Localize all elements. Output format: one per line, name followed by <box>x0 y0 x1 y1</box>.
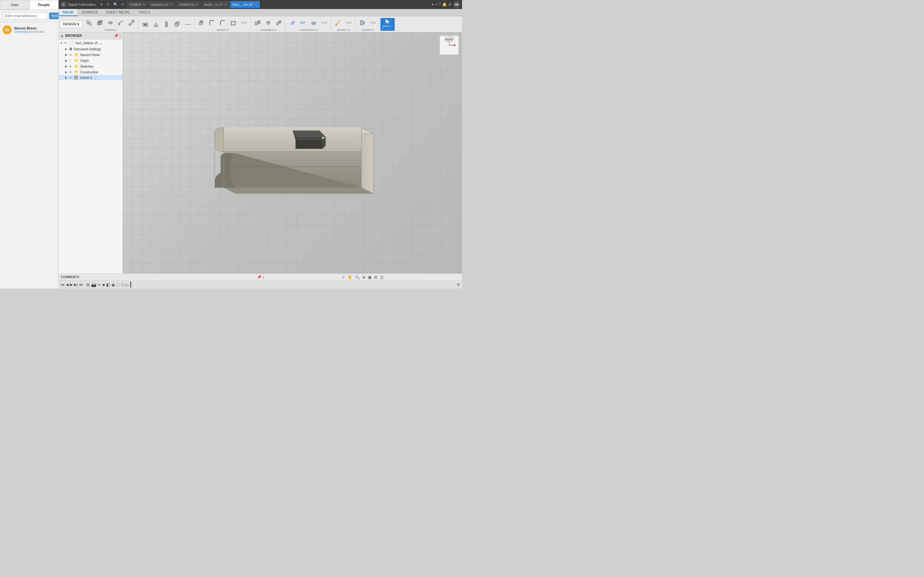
nav-prev-btn[interactable]: ◀ <box>66 282 69 287</box>
new-component-assemble-btn[interactable] <box>252 17 263 29</box>
view-pan-icon[interactable]: ✋ <box>347 275 352 279</box>
named-views-expand-icon[interactable]: ▶ <box>65 53 68 56</box>
tab-speakern[interactable]: speakern v1* ✕ <box>148 1 176 8</box>
view-grid-icon[interactable]: ⊞ <box>374 275 377 279</box>
construct-more-btn[interactable] <box>319 17 330 29</box>
browser-origin[interactable]: ▶ 👁 📁 Origin <box>59 58 123 63</box>
notifications-icon[interactable]: 🔔 <box>442 2 447 7</box>
tab-anoth[interactable]: anoth...rn v1* ✕ <box>202 1 230 8</box>
tab-speakern-close[interactable]: ✕ <box>171 3 173 6</box>
tab-untitled[interactable]: Untitled* ✕ <box>127 1 148 8</box>
construction-visibility-icon[interactable]: 👁 <box>69 71 73 74</box>
view-display-icon[interactable]: ▣ <box>368 275 372 279</box>
sketches-expand-icon[interactable]: ▶ <box>65 65 68 68</box>
tab-horn-close[interactable]: ✕ <box>255 3 257 6</box>
joint-btn[interactable] <box>263 17 273 29</box>
tab-people[interactable]: People <box>29 0 58 10</box>
offset-plane-btn[interactable] <box>288 17 298 29</box>
viewport[interactable]: FRONT Z <box>123 32 462 274</box>
browser-bottom1[interactable]: ▶ 👁 bottom:1 ⊙ <box>59 75 123 80</box>
nav-last-btn[interactable]: ⏭ <box>79 282 83 287</box>
settings-icon[interactable]: ⚙ <box>448 2 452 7</box>
more-modify-btn[interactable] <box>239 17 249 29</box>
comments-close-icon[interactable]: | <box>263 276 264 279</box>
timeline-camera-icon[interactable]: 📷 <box>91 282 96 287</box>
toolbar-tab-solid[interactable]: SOLID <box>59 9 78 16</box>
as-built-joint-btn[interactable] <box>274 17 284 29</box>
tab-data[interactable]: Data <box>0 0 29 10</box>
user-avatar-topbar[interactable]: SB <box>453 1 460 8</box>
timeline-feature2-icon[interactable]: ◌ <box>116 282 120 287</box>
timeline-construct-icon[interactable]: ◧ <box>106 282 110 287</box>
inspect-more-btn[interactable] <box>344 17 354 29</box>
loft-btn[interactable] <box>126 17 137 29</box>
refresh-icon[interactable]: ↻ <box>105 2 111 7</box>
browser-construction[interactable]: ▶ 👁 📁 Construction <box>59 69 123 75</box>
nav-play-btn[interactable]: ▶ <box>70 282 73 287</box>
view-orbit-icon[interactable]: ⤢ <box>342 275 345 279</box>
timeline-feature4-icon[interactable]: ▷ <box>126 282 129 287</box>
tangent-plane-btn[interactable] <box>309 17 319 29</box>
thread-btn[interactable] <box>162 19 172 30</box>
timeline-feature3-icon[interactable]: ⬡ <box>121 282 124 287</box>
email-input[interactable] <box>3 13 48 19</box>
chamfer-btn[interactable] <box>218 17 228 29</box>
doc-settings-expand-icon[interactable]: ▶ <box>65 47 68 51</box>
browser-collapse-icon[interactable]: ◀ <box>61 34 64 37</box>
origin-visibility-icon[interactable]: 👁 <box>69 59 73 63</box>
revolve-btn[interactable] <box>105 17 115 29</box>
midplane-btn[interactable] <box>298 17 309 29</box>
browser-pin-icon[interactable]: 📌 <box>114 34 118 38</box>
browser-named-views[interactable]: ▶ 👁 📁 Named Views <box>59 52 123 58</box>
insert-derive-btn[interactable] <box>357 17 368 29</box>
toolbar-tab-sheetmetal[interactable]: SHEET METAL <box>102 9 134 16</box>
bottom1-expand-icon[interactable]: ▶ <box>65 76 68 79</box>
view-zoom-ext-icon[interactable]: ⊕ <box>362 275 365 279</box>
tab-untitled1[interactable]: Untitled*(1) ✕ <box>176 1 202 8</box>
construction-expand-icon[interactable]: ▶ <box>65 71 68 74</box>
fillet-btn[interactable] <box>207 17 217 29</box>
view-effects-icon[interactable]: ◫ <box>380 275 383 279</box>
tab-add-icon[interactable]: + <box>435 2 437 7</box>
close-icon[interactable]: ✕ <box>120 2 126 7</box>
tab-anoth-close[interactable]: ✕ <box>225 3 227 6</box>
select-btn[interactable]: SELECT ▾ <box>383 19 393 30</box>
more-create-btn[interactable] <box>183 19 193 30</box>
rib-btn[interactable] <box>151 19 161 30</box>
named-views-visibility-icon[interactable]: 👁 <box>69 53 73 57</box>
new-component-btn[interactable] <box>84 17 94 29</box>
measure-btn[interactable] <box>333 17 343 29</box>
shell-btn[interactable] <box>228 17 238 29</box>
search-icon[interactable]: 🔍 <box>113 2 118 7</box>
timeline-feature1-icon[interactable]: ◉ <box>111 282 115 287</box>
root-visibility-icon[interactable]: 👁 <box>64 41 68 45</box>
tab-untitled1-close[interactable]: ✕ <box>196 3 199 6</box>
browser-sketches[interactable]: ▶ 👁 📁 Sketches <box>59 63 123 69</box>
press-pull-btn[interactable] <box>196 17 207 29</box>
hole-btn[interactable] <box>140 19 150 30</box>
sketches-visibility-icon[interactable]: 👁 <box>69 65 73 68</box>
tab-untitled-close[interactable]: ✕ <box>143 3 145 6</box>
view-zoom-icon[interactable]: 🔍 <box>355 275 360 279</box>
app-grid-icon[interactable]: ⊞ <box>61 2 66 7</box>
nav-next-btn[interactable]: ▶| <box>74 282 78 287</box>
toolbar-tab-tools[interactable]: TOOLS <box>134 9 154 16</box>
sweep-btn[interactable] <box>116 17 126 29</box>
root-expand-icon[interactable]: ▼ <box>60 42 63 45</box>
tab-overflow-icon[interactable]: ▾ <box>432 2 434 7</box>
timeline-sketch-icon[interactable]: ✏ <box>97 282 101 287</box>
timeline-cursor[interactable] <box>130 282 131 287</box>
nav-first-btn[interactable]: ⏮ <box>61 282 65 287</box>
extrude-btn[interactable] <box>95 17 105 29</box>
tab-horn[interactable]: horn_...om v3* ✕ <box>230 1 260 8</box>
bottom1-visibility-icon[interactable]: 👁 <box>69 76 73 79</box>
help-icon[interactable]: ? <box>439 2 441 7</box>
toolbar-tab-surface[interactable]: SURFACE <box>78 9 102 16</box>
comments-pin-icon[interactable]: 📌 <box>257 275 262 279</box>
browser-doc-settings[interactable]: ▶ ⚙ Document Settings <box>59 46 123 52</box>
box-btn[interactable] <box>172 19 182 30</box>
dropdown-arrow-icon[interactable]: ▾ <box>99 2 104 7</box>
insert-more-btn[interactable] <box>368 17 378 29</box>
origin-expand-icon[interactable]: ▶ <box>65 59 68 62</box>
design-dropdown[interactable]: DESIGN ▾ <box>60 21 82 27</box>
